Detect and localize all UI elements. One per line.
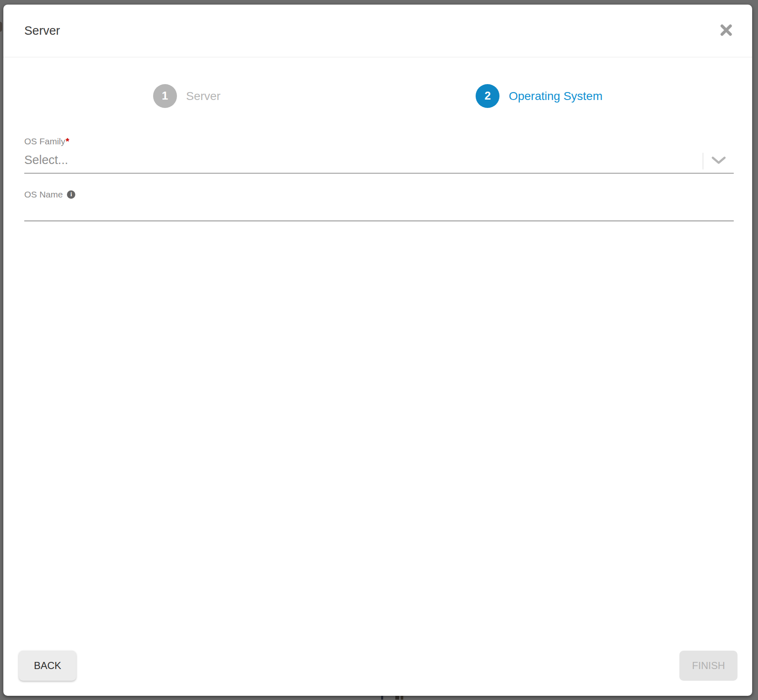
dialog-footer: BACK FINISH (3, 651, 752, 696)
select-caret-area[interactable] (703, 153, 734, 169)
wizard-steps: 1 Server 2 Operating System (3, 84, 752, 108)
chevron-down-icon (712, 156, 726, 166)
operating-system-form: OS Family* Select... OS Name i (3, 108, 752, 651)
wizard-step-server[interactable]: 1 Server (153, 84, 220, 108)
dialog-title: Server (24, 24, 717, 38)
os-family-select[interactable]: Select... (24, 149, 734, 174)
step-number-badge: 1 (153, 84, 177, 108)
wizard-step-operating-system[interactable]: 2 Operating System (476, 84, 602, 108)
dialog-header: Server (3, 5, 752, 57)
server-wizard-dialog: Server 1 Server 2 Operating System OS Fa… (3, 5, 752, 696)
step-label: Operating System (509, 90, 602, 103)
step-label: Server (186, 90, 220, 103)
step-number-badge: 2 (476, 84, 499, 108)
info-icon[interactable]: i (67, 190, 75, 199)
os-family-label: OS Family* (24, 136, 734, 147)
os-name-input[interactable] (24, 200, 734, 221)
back-button[interactable]: BACK (19, 651, 76, 681)
os-family-selected-value: Select... (24, 153, 703, 169)
background-page-artifact (0, 22, 2, 32)
close-icon (720, 23, 733, 38)
close-button[interactable] (717, 22, 735, 40)
finish-button[interactable]: FINISH (679, 651, 738, 681)
os-name-label: OS Name i (24, 190, 734, 200)
required-indicator: * (66, 136, 69, 147)
